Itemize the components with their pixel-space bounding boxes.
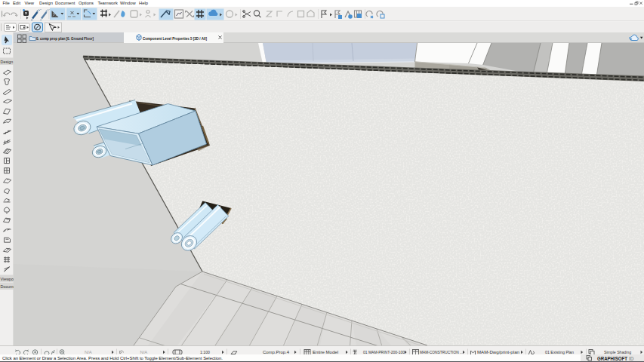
svg-text:0. comp prop plan [0. Ground F: 0. comp prop plan [0. Ground Floor] [36, 36, 94, 41]
svg-text:GRAPHISOFT: GRAPHISOFT [597, 356, 627, 361]
svg-text:Click an Element or Draw a Sel: Click an Element or Draw a Selection Are… [2, 356, 223, 360]
svg-text:Component Level Properties 5 [: Component Level Properties 5 [3D / All] [143, 36, 207, 41]
svg-text:Viewpoi: Viewpoi [1, 277, 14, 281]
svg-text:ID: ID [629, 356, 634, 361]
svg-text:Design: Design [1, 60, 14, 64]
svg-text:Docume: Docume [1, 284, 14, 289]
